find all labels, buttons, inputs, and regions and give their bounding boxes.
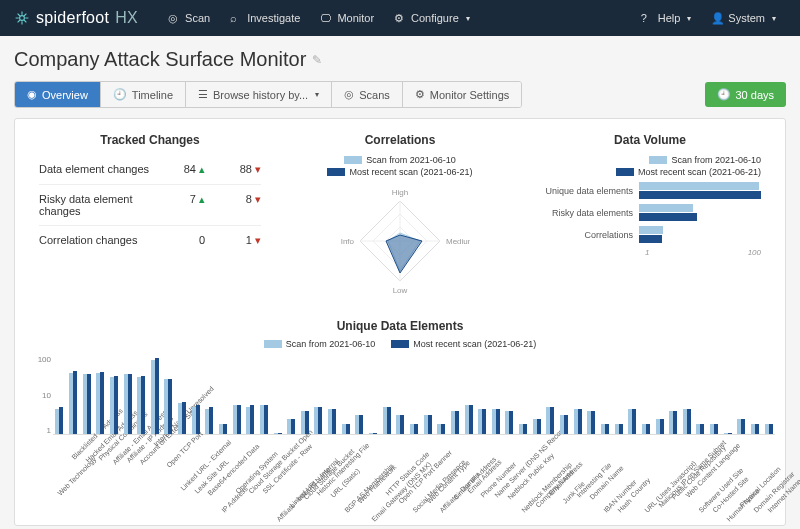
ude-bar-b (469, 405, 473, 434)
top-row: Tracked Changes Data element changes 84 … (25, 129, 775, 309)
tab-timeline[interactable]: 🕘Timeline (101, 82, 186, 107)
ude-bar-b (305, 411, 309, 434)
nav-help[interactable]: ?Help▾ (631, 0, 702, 36)
page-title-text: Company Attack Surface Monitor (14, 48, 306, 71)
spiderfoot-logo-icon (14, 10, 30, 26)
ude-bar-b (673, 411, 677, 434)
clock-icon: 🕘 (113, 88, 127, 101)
data-volume-title: Data Volume (539, 133, 761, 147)
radar-axis-high: High (392, 188, 408, 197)
ude-xlabel: Web Technology (56, 455, 97, 496)
ude-xlabel: Netblock Membership (520, 461, 573, 514)
ude-bar-b (496, 409, 500, 434)
tc-label: Risky data element changes (39, 193, 169, 217)
ude-bar-b (509, 411, 513, 434)
ude-bar-b (100, 372, 104, 434)
dv-bar-b (639, 235, 662, 243)
ude-bar-b (318, 407, 322, 434)
ude-bar-group: Leak Site URL (189, 405, 202, 434)
target-icon: ◎ (168, 12, 180, 24)
tab-overview[interactable]: ◉Overview (15, 82, 101, 107)
legend-label-b: Most recent scan (2021-06-21) (638, 167, 761, 177)
tab-label: Scans (359, 89, 390, 101)
ude-bar-group: Email Address (462, 405, 475, 434)
ude-bar-group: Phone Number (476, 409, 489, 434)
ude-bar-b (196, 405, 200, 434)
swatch-dark (616, 168, 634, 176)
ude-bar-group: HTTP Status Code (380, 407, 393, 434)
nav-label: Monitor (337, 12, 374, 24)
nav-scan[interactable]: ◎Scan (158, 0, 220, 36)
dv-label: Correlations (539, 230, 639, 240)
nav-monitor[interactable]: 🖵Monitor (310, 0, 384, 36)
ude-bar-b (700, 424, 704, 434)
list-icon: ☰ (198, 88, 208, 101)
tab-label: Timeline (132, 89, 173, 101)
correlations-title: Correlations (289, 133, 511, 147)
ude-bar-b (373, 433, 377, 434)
ude-bar-b (741, 419, 745, 434)
ude-bar-group: Email Address (544, 407, 557, 434)
ude-bar-b (564, 415, 568, 434)
tc-label: Correlation changes (39, 234, 137, 247)
help-icon: ? (641, 12, 653, 24)
ude-bar-b (223, 424, 227, 434)
ude-bar-group: Web Content Type (421, 415, 434, 434)
ude-bar-group: Similar IP Address (449, 411, 462, 434)
legend-label-a: Scan from 2021-06-10 (671, 155, 761, 165)
ude-bar-group: Internet Name (762, 424, 775, 434)
nav-investigate[interactable]: ⌕Investigate (220, 0, 310, 36)
ude-chart: 100 10 1 Web TechnologyBlacklisted IP Ad… (25, 355, 775, 515)
ude-bar-group: Co-Hosted Site (708, 424, 721, 434)
tab-monitor-settings[interactable]: ⚙Monitor Settings (403, 82, 521, 107)
ude-bar-b (291, 419, 295, 434)
ude-bar-group: BGP AS Membership (339, 424, 352, 434)
nav-label: Help (658, 12, 681, 24)
tab-scans[interactable]: ◎Scans (332, 82, 403, 107)
nav-configure[interactable]: ⚙Configure▾ (384, 0, 480, 36)
ude-bar-group: Human Name (721, 433, 734, 434)
ude-bar-b (619, 424, 623, 434)
svg-point-0 (20, 16, 25, 21)
ude-bar-b (537, 419, 541, 434)
tc-val-a: 84 ▴ (169, 163, 205, 176)
ude-bar-b (605, 424, 609, 434)
dv-label: Risky data elements (539, 208, 639, 218)
nav-system[interactable]: 👤System▾ (701, 0, 786, 36)
dv-bar-a (639, 226, 663, 234)
tab-browse-history[interactable]: ☰Browse history by...▾ (186, 82, 332, 107)
tc-val-b: 88 ▾ (225, 163, 261, 176)
ude-bar-group: Public Code Repository (667, 411, 680, 434)
correlations-section: Correlations Scan from 2021-06-10 Most r… (275, 129, 525, 309)
ude-bar-group: Netblock Membership (517, 424, 530, 434)
ude-bar-b (87, 374, 91, 434)
ude-bar-group: Interesting File (571, 409, 584, 434)
ude-bar-group: Hash (612, 424, 625, 434)
nav-label: Investigate (247, 12, 300, 24)
chevron-down-icon: ▾ (466, 14, 470, 23)
tab-label: Overview (42, 89, 88, 101)
ude-title: Unique Data Elements (25, 319, 775, 333)
radar-axis-info: Info (341, 237, 355, 246)
data-volume-axis: 1 100 (539, 248, 761, 257)
tc-label: Data element changes (39, 163, 149, 176)
ude-bar-group: URL (Uses Javascript) (640, 424, 653, 434)
dashboard-icon: ◉ (27, 88, 37, 101)
ude-xlabel: Cloud Storage Bucket Open (247, 428, 314, 495)
top-navbar: spiderfoot HX ◎Scan ⌕Investigate 🖵Monito… (0, 0, 800, 36)
brand-name: spiderfoot (36, 9, 109, 27)
ude-bar-b (632, 409, 636, 434)
ude-bar-group: Physical Location (735, 419, 748, 434)
days-filter-button[interactable]: 🕘30 days (705, 82, 786, 107)
swatch-light (344, 156, 362, 164)
ude-bar-group: Affiliate - IP Address (121, 374, 134, 434)
edit-icon[interactable]: ✎ (312, 53, 322, 67)
ude-bar-group: Domain Registrar (749, 424, 762, 434)
ude-bar-b (755, 424, 759, 434)
tab-label: Browse history by... (213, 89, 308, 101)
ude-bar-group: Email Gateway (DNS MX) (367, 433, 380, 434)
page-title-bar: Company Attack Surface Monitor ✎ (0, 36, 800, 81)
days-label: 30 days (735, 89, 774, 101)
ude-bar-group: IBAN Number (599, 424, 612, 434)
ude-bar-group: Blacklisted IP Address (67, 371, 80, 434)
